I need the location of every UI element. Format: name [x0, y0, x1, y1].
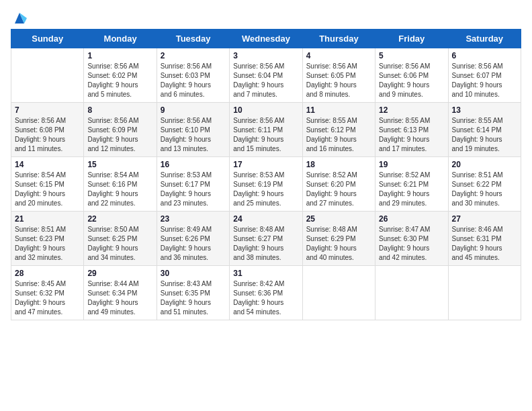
week-row-0: 1Sunrise: 8:56 AM Sunset: 6:02 PM Daylig…	[11, 48, 521, 103]
day-number: 29	[87, 269, 152, 278]
day-number: 23	[161, 214, 226, 224]
day-number: 14	[15, 160, 80, 169]
day-info: Sunrise: 8:56 AM Sunset: 6:11 PM Dayligh…	[233, 116, 298, 154]
calendar-cell: 21Sunrise: 8:51 AM Sunset: 6:23 PM Dayli…	[11, 212, 84, 266]
day-info: Sunrise: 8:49 AM Sunset: 6:26 PM Dayligh…	[161, 225, 226, 263]
day-number: 1	[87, 51, 152, 60]
calendar-cell: 14Sunrise: 8:54 AM Sunset: 6:15 PM Dayli…	[11, 157, 84, 212]
day-info: Sunrise: 8:54 AM Sunset: 6:16 PM Dayligh…	[87, 171, 152, 208]
calendar-cell	[11, 48, 84, 103]
calendar-cell	[375, 266, 448, 320]
calendar-cell: 8Sunrise: 8:56 AM Sunset: 6:09 PM Daylig…	[84, 103, 157, 157]
day-number: 9	[161, 105, 226, 115]
calendar-cell: 5Sunrise: 8:56 AM Sunset: 6:06 PM Daylig…	[375, 48, 448, 103]
calendar-table: SundayMondayTuesdayWednesdayThursdayFrid…	[11, 29, 521, 320]
header-monday: Monday	[84, 30, 157, 48]
day-number: 7	[15, 105, 80, 115]
day-info: Sunrise: 8:43 AM Sunset: 6:35 PM Dayligh…	[161, 279, 226, 317]
day-number: 3	[233, 51, 298, 60]
day-number: 17	[233, 160, 298, 169]
day-number: 15	[87, 160, 152, 169]
day-number: 21	[15, 214, 80, 224]
header-row: SundayMondayTuesdayWednesdayThursdayFrid…	[11, 30, 521, 48]
day-number: 5	[379, 51, 444, 60]
day-info: Sunrise: 8:52 AM Sunset: 6:20 PM Dayligh…	[306, 171, 371, 208]
day-info: Sunrise: 8:55 AM Sunset: 6:14 PM Dayligh…	[452, 116, 517, 154]
day-number: 10	[233, 105, 298, 115]
calendar-cell: 13Sunrise: 8:55 AM Sunset: 6:14 PM Dayli…	[448, 103, 521, 157]
calendar-cell: 15Sunrise: 8:54 AM Sunset: 6:16 PM Dayli…	[84, 157, 157, 212]
header-saturday: Saturday	[448, 30, 521, 48]
day-info: Sunrise: 8:48 AM Sunset: 6:29 PM Dayligh…	[306, 225, 371, 263]
calendar-cell: 12Sunrise: 8:55 AM Sunset: 6:13 PM Dayli…	[375, 103, 448, 157]
day-number: 31	[233, 269, 298, 278]
logo	[11, 11, 27, 24]
day-info: Sunrise: 8:48 AM Sunset: 6:27 PM Dayligh…	[233, 225, 298, 263]
day-info: Sunrise: 8:56 AM Sunset: 6:09 PM Dayligh…	[87, 116, 152, 154]
page-header	[11, 11, 521, 24]
calendar-cell: 11Sunrise: 8:55 AM Sunset: 6:12 PM Dayli…	[302, 103, 375, 157]
calendar-cell: 3Sunrise: 8:56 AM Sunset: 6:04 PM Daylig…	[230, 48, 302, 103]
calendar-cell: 31Sunrise: 8:42 AM Sunset: 6:36 PM Dayli…	[230, 266, 302, 320]
logo-icon	[12, 11, 27, 24]
day-number: 11	[306, 105, 371, 115]
week-row-2: 14Sunrise: 8:54 AM Sunset: 6:15 PM Dayli…	[11, 157, 521, 212]
calendar-cell: 20Sunrise: 8:51 AM Sunset: 6:22 PM Dayli…	[448, 157, 521, 212]
day-info: Sunrise: 8:56 AM Sunset: 6:07 PM Dayligh…	[452, 62, 517, 99]
day-number: 28	[15, 269, 80, 278]
day-number: 4	[306, 51, 371, 60]
day-number: 8	[87, 105, 152, 115]
day-info: Sunrise: 8:51 AM Sunset: 6:23 PM Dayligh…	[15, 225, 80, 263]
day-info: Sunrise: 8:54 AM Sunset: 6:15 PM Dayligh…	[15, 171, 80, 208]
calendar-cell: 18Sunrise: 8:52 AM Sunset: 6:20 PM Dayli…	[302, 157, 375, 212]
day-number: 6	[452, 51, 517, 60]
calendar-cell: 22Sunrise: 8:50 AM Sunset: 6:25 PM Dayli…	[84, 212, 157, 266]
day-info: Sunrise: 8:50 AM Sunset: 6:25 PM Dayligh…	[87, 225, 152, 263]
calendar-cell: 9Sunrise: 8:56 AM Sunset: 6:10 PM Daylig…	[157, 103, 229, 157]
day-number: 30	[161, 269, 226, 278]
day-number: 16	[161, 160, 226, 169]
calendar-cell: 2Sunrise: 8:56 AM Sunset: 6:03 PM Daylig…	[157, 48, 229, 103]
day-number: 18	[306, 160, 371, 169]
day-info: Sunrise: 8:56 AM Sunset: 6:02 PM Dayligh…	[87, 62, 152, 99]
day-number: 26	[379, 214, 444, 224]
day-info: Sunrise: 8:53 AM Sunset: 6:19 PM Dayligh…	[233, 171, 298, 208]
day-info: Sunrise: 8:46 AM Sunset: 6:31 PM Dayligh…	[452, 225, 517, 263]
calendar-cell: 25Sunrise: 8:48 AM Sunset: 6:29 PM Dayli…	[302, 212, 375, 266]
week-row-4: 28Sunrise: 8:45 AM Sunset: 6:32 PM Dayli…	[11, 266, 521, 320]
day-info: Sunrise: 8:45 AM Sunset: 6:32 PM Dayligh…	[15, 279, 80, 317]
calendar-cell: 7Sunrise: 8:56 AM Sunset: 6:08 PM Daylig…	[11, 103, 84, 157]
day-number: 27	[452, 214, 517, 224]
day-info: Sunrise: 8:56 AM Sunset: 6:05 PM Dayligh…	[306, 62, 371, 99]
calendar-cell: 23Sunrise: 8:49 AM Sunset: 6:26 PM Dayli…	[157, 212, 229, 266]
header-sunday: Sunday	[11, 30, 84, 48]
day-info: Sunrise: 8:52 AM Sunset: 6:21 PM Dayligh…	[379, 171, 444, 208]
header-thursday: Thursday	[302, 30, 375, 48]
day-info: Sunrise: 8:44 AM Sunset: 6:34 PM Dayligh…	[87, 279, 152, 317]
day-number: 25	[306, 214, 371, 224]
header-tuesday: Tuesday	[157, 30, 229, 48]
day-info: Sunrise: 8:56 AM Sunset: 6:03 PM Dayligh…	[161, 62, 226, 99]
calendar-cell: 1Sunrise: 8:56 AM Sunset: 6:02 PM Daylig…	[84, 48, 157, 103]
calendar-cell: 24Sunrise: 8:48 AM Sunset: 6:27 PM Dayli…	[230, 212, 302, 266]
day-number: 2	[161, 51, 226, 60]
day-number: 22	[87, 214, 152, 224]
calendar-cell: 10Sunrise: 8:56 AM Sunset: 6:11 PM Dayli…	[230, 103, 302, 157]
calendar-cell	[302, 266, 375, 320]
day-info: Sunrise: 8:47 AM Sunset: 6:30 PM Dayligh…	[379, 225, 444, 263]
day-info: Sunrise: 8:56 AM Sunset: 6:10 PM Dayligh…	[161, 116, 226, 154]
calendar-cell: 6Sunrise: 8:56 AM Sunset: 6:07 PM Daylig…	[448, 48, 521, 103]
calendar-cell: 27Sunrise: 8:46 AM Sunset: 6:31 PM Dayli…	[448, 212, 521, 266]
day-number: 12	[379, 105, 444, 115]
day-info: Sunrise: 8:55 AM Sunset: 6:13 PM Dayligh…	[379, 116, 444, 154]
calendar-cell: 4Sunrise: 8:56 AM Sunset: 6:05 PM Daylig…	[302, 48, 375, 103]
calendar-cell: 30Sunrise: 8:43 AM Sunset: 6:35 PM Dayli…	[157, 266, 229, 320]
header-friday: Friday	[375, 30, 448, 48]
header-wednesday: Wednesday	[230, 30, 302, 48]
day-number: 24	[233, 214, 298, 224]
day-info: Sunrise: 8:56 AM Sunset: 6:04 PM Dayligh…	[233, 62, 298, 99]
calendar-cell: 17Sunrise: 8:53 AM Sunset: 6:19 PM Dayli…	[230, 157, 302, 212]
day-info: Sunrise: 8:55 AM Sunset: 6:12 PM Dayligh…	[306, 116, 371, 154]
week-row-3: 21Sunrise: 8:51 AM Sunset: 6:23 PM Dayli…	[11, 212, 521, 266]
day-info: Sunrise: 8:51 AM Sunset: 6:22 PM Dayligh…	[452, 171, 517, 208]
